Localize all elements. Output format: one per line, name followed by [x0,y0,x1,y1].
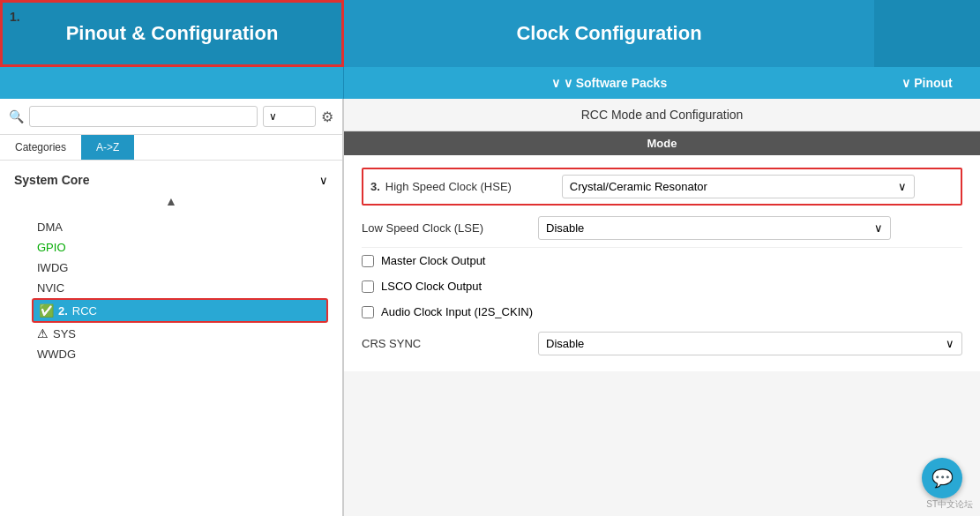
nvic-label: NVIC [37,281,64,295]
software-packs-label: ∨ Software Packs [564,76,667,90]
clock-configuration-title: Clock Configuration [516,22,701,45]
wwdg-label: WWDG [37,348,76,361]
search-icon: 🔍 [9,109,24,123]
iwdg-label: IWDG [37,261,68,274]
tab-az[interactable]: A->Z [81,135,134,160]
search-bar: 🔍 ∨ ⚙ [0,99,342,135]
search-dropdown[interactable]: ∨ [263,106,316,127]
audio-clock-label: Audio Clock Input (I2S_CKIN) [381,305,533,318]
rcc-mode-title: RCC Mode and Configuration [344,99,980,131]
nav-bar: ∨ ∨ Software Packs ∨ Pinout [0,67,980,99]
crs-sync-chevron-icon: ∨ [946,337,954,350]
hse-chevron-icon: ∨ [898,180,907,193]
top-header: 1. Pinout & Configuration Clock Configur… [0,0,980,67]
section-collapse-icon: ∨ [319,174,328,187]
lsco-clock-checkbox[interactable] [362,280,374,293]
sidebar-item-gpio[interactable]: GPIO [32,237,328,258]
clock-header-section[interactable]: Clock Configuration [344,0,874,67]
tab-bar: Categories A->Z [0,135,342,161]
pinout-nav-label: ∨ Pinout [901,76,952,90]
dropdown-arrow-icon: ∨ [269,110,277,123]
sidebar-item-sys[interactable]: ⚠ SYS [32,323,328,344]
mode-header: Mode [344,131,980,155]
sidebar-item-rcc[interactable]: ✅ 2. RCC [32,298,328,323]
nav-bar-left [0,67,344,99]
lse-select[interactable]: Disable ∨ [538,216,891,240]
master-clock-label: Master Clock Output [381,254,486,267]
crs-sync-value: Disable [546,337,584,350]
audio-clock-row: Audio Clock Input (I2S_CKIN) [362,299,962,325]
dma-label: DMA [37,221,63,234]
hse-label: High Speed Clock (HSE) [385,180,562,193]
sys-label: SYS [53,327,76,340]
main-content: 🔍 ∨ ⚙ Categories A->Z System Core ∨ ▲ [0,99,980,516]
rcc-step-badge: 2. [58,304,68,318]
tab-categories[interactable]: Categories [0,135,81,160]
lse-value: Disable [546,221,584,235]
sidebar-item-dma[interactable]: DMA [32,217,328,237]
header-right-section [874,0,980,67]
right-panel: RCC Mode and Configuration Mode 3. High … [344,99,980,516]
gpio-label: GPIO [37,241,66,254]
hse-row: 3. High Speed Clock (HSE) Crystal/Cerami… [362,168,962,206]
watermark: ST中文论坛 [926,498,973,511]
sys-warning-icon: ⚠ [37,326,49,340]
software-packs-nav[interactable]: ∨ ∨ Software Packs [344,67,874,99]
config-rows: 3. High Speed Clock (HSE) Crystal/Cerami… [344,155,980,371]
chevron-icon: ∨ [551,76,560,90]
hse-select[interactable]: Crystal/Ceramic Resonator ∨ [562,175,915,198]
master-clock-row: Master Clock Output [362,248,962,273]
chat-button[interactable]: 💬 [922,458,962,498]
sidebar-section-system-core: System Core ∨ ▲ DMA GPIO IWDG NVIC ✅ [0,161,342,373]
lse-label: Low Speed Clock (LSE) [362,221,538,235]
master-clock-checkbox[interactable] [362,255,374,267]
rcc-label: RCC [72,304,97,318]
sidebar-item-nvic[interactable]: NVIC [32,278,328,298]
lse-row: Low Speed Clock (LSE) Disable ∨ [362,209,962,248]
hse-value: Crystal/Ceramic Resonator [570,180,707,193]
step1-badge: 1. [10,10,20,24]
sidebar-items: DMA GPIO IWDG NVIC ✅ 2. RCC ⚠ [14,217,328,364]
lse-chevron-icon: ∨ [874,221,883,235]
chat-icon: 💬 [931,467,954,489]
crs-sync-row: CRS SYNC Disable ∨ [362,325,962,363]
audio-clock-checkbox[interactable] [362,306,374,318]
sort-arrow-icon: ▲ [14,191,328,212]
lsco-clock-row: LSCO Clock Output [362,273,962,299]
sidebar-item-iwdg[interactable]: IWDG [32,258,328,278]
pinout-configuration-title: Pinout & Configuration [66,22,279,45]
pinout-nav[interactable]: ∨ Pinout [874,67,980,99]
sidebar: 🔍 ∨ ⚙ Categories A->Z System Core ∨ ▲ [0,99,344,516]
crs-sync-select[interactable]: Disable ∨ [538,332,962,355]
search-input[interactable] [29,106,258,127]
section-title: System Core [14,173,90,187]
hse-step-badge: 3. [370,180,380,193]
rcc-check-icon: ✅ [39,303,54,318]
crs-sync-label: CRS SYNC [362,337,538,350]
lsco-clock-label: LSCO Clock Output [381,280,482,293]
pinout-header-section[interactable]: 1. Pinout & Configuration [0,0,344,67]
gear-icon[interactable]: ⚙ [321,108,333,125]
sidebar-item-wwdg[interactable]: WWDG [32,344,328,364]
section-header[interactable]: System Core ∨ [14,169,328,191]
